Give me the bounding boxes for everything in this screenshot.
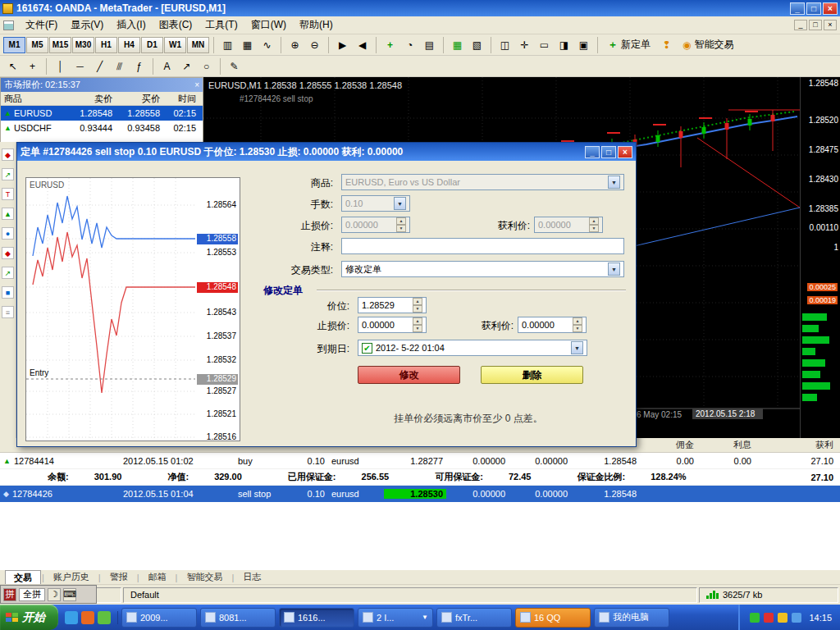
- tab-alerts[interactable]: 警报: [102, 570, 136, 584]
- delete-button[interactable]: 删除: [481, 366, 583, 384]
- order-row-12784414[interactable]: ▲12784414 2012.05.15 01:02 buy 0.10 euru…: [0, 453, 840, 469]
- takeprofit2-input[interactable]: 0.00000 ▲▼: [518, 317, 587, 333]
- column-profit[interactable]: 获利: [755, 439, 840, 451]
- shapes-icon[interactable]: ○: [197, 58, 216, 75]
- zoom-out-icon[interactable]: ⊖: [305, 37, 324, 53]
- timeframe-h4-button[interactable]: H4: [118, 37, 140, 53]
- spin-down-icon[interactable]: ▼: [413, 325, 422, 332]
- column-symbol[interactable]: 商品: [1, 93, 68, 105]
- taskbar-item-my-computer[interactable]: 我的电脑: [594, 608, 669, 628]
- tray-icon[interactable]: [750, 613, 760, 623]
- spin-up-icon[interactable]: ▲: [573, 317, 582, 325]
- taskbar-item-1[interactable]: 2009...: [121, 608, 197, 628]
- market-watch-icon[interactable]: ◫: [495, 37, 514, 53]
- text-label-icon[interactable]: A: [158, 58, 176, 75]
- child-close-icon[interactable]: ×: [824, 20, 837, 30]
- docked-icon[interactable]: ↗: [2, 267, 14, 279]
- spin-down-icon[interactable]: ▼: [573, 325, 582, 332]
- profile-cell[interactable]: Default: [123, 587, 697, 603]
- line-chart-icon[interactable]: ∿: [258, 37, 276, 53]
- child-minimize-icon[interactable]: _: [794, 20, 807, 30]
- menu-view[interactable]: 显示(V): [64, 16, 110, 34]
- taskbar-clock[interactable]: 14:15: [809, 613, 832, 623]
- quick-launch-icon[interactable]: [81, 611, 94, 624]
- horizontal-line-icon[interactable]: ─: [71, 58, 89, 75]
- column-bid[interactable]: 卖价: [68, 93, 116, 105]
- taskbar-item-internet-group[interactable]: 2 I...▼: [358, 608, 433, 628]
- column-commission[interactable]: 佣金: [640, 439, 697, 451]
- docked-icon[interactable]: ▲: [2, 208, 14, 220]
- restore-icon[interactable]: □: [806, 2, 821, 15]
- templates-icon[interactable]: ▤: [420, 37, 439, 53]
- more-tools-icon[interactable]: ✎: [225, 58, 244, 75]
- expiry-select[interactable]: ✔ 2012- 5-22 01:04 ▼: [358, 340, 587, 356]
- auto-scroll-icon[interactable]: ▶: [333, 37, 352, 53]
- taskbar-item-qq[interactable]: 16 QQ: [515, 608, 591, 628]
- expiry-checkbox[interactable]: ✔: [362, 343, 372, 354]
- menu-help[interactable]: 帮助(H): [293, 16, 340, 34]
- new-order-button[interactable]: ＋ 新定单: [602, 37, 656, 53]
- docked-icon[interactable]: ■: [2, 286, 14, 299]
- data-window-icon[interactable]: ▣: [574, 37, 593, 53]
- start-button[interactable]: 开始: [0, 605, 58, 630]
- terminal-icon[interactable]: ▭: [535, 37, 554, 53]
- order-row-12784426[interactable]: ◆12784426 2012.05.15 01:04 sell stop 0.1…: [0, 486, 840, 502]
- modify-button[interactable]: 修改: [358, 366, 460, 384]
- ime-mode-label[interactable]: 全拼: [19, 588, 45, 601]
- ime-halfwidth-icon[interactable]: ☽: [48, 588, 61, 601]
- symbol-row-eurusd[interactable]: ▲EURUSD 1.28548 1.28558 02:15: [1, 106, 203, 121]
- cursor-icon[interactable]: ↖: [3, 58, 22, 75]
- chart-shift-icon[interactable]: ◀: [353, 37, 372, 53]
- docked-icon[interactable]: ◆: [2, 148, 14, 161]
- timeframe-d1-button[interactable]: D1: [141, 37, 163, 53]
- market-watch-close-icon[interactable]: ×: [194, 80, 199, 89]
- crosshair-icon[interactable]: +: [23, 58, 42, 75]
- column-time[interactable]: 时间: [163, 93, 199, 105]
- title-bar[interactable]: 161674: OANDA - MetaTrader - [EURUSD,M1]…: [0, 0, 840, 16]
- child-restore-icon[interactable]: □: [809, 20, 822, 30]
- menu-file[interactable]: 文件(F): [19, 16, 64, 34]
- strategy-tester-icon[interactable]: ◨: [555, 37, 573, 53]
- docked-icon[interactable]: ≡: [2, 306, 14, 318]
- channel-icon[interactable]: ⫻: [110, 58, 129, 75]
- menu-window[interactable]: 窗口(W): [244, 16, 293, 34]
- timeframe-m5-button[interactable]: M5: [26, 37, 48, 53]
- spin-up-icon[interactable]: ▲: [413, 298, 422, 305]
- candlestick-icon[interactable]: ▦: [238, 37, 257, 53]
- menu-tools[interactable]: 工具(T): [199, 16, 244, 34]
- price-scale[interactable]: 1.28548 1.28520 1.28475 1.28430 1.28385 …: [800, 77, 840, 438]
- price-input[interactable]: 1.28529 ▲▼: [358, 297, 427, 313]
- close-icon[interactable]: ×: [823, 2, 838, 15]
- docked-icon[interactable]: ↗: [2, 168, 14, 180]
- profiles-icon[interactable]: ▧: [468, 37, 486, 53]
- taskbar-item-metatrader[interactable]: 1616...: [279, 608, 354, 628]
- zoom-in-icon[interactable]: ⊕: [285, 37, 304, 53]
- spin-up-icon[interactable]: ▲: [413, 317, 422, 325]
- dialog-close-icon[interactable]: ×: [618, 146, 632, 158]
- new-chart-icon[interactable]: ▦: [448, 37, 467, 53]
- column-swap[interactable]: 利息: [697, 439, 755, 451]
- docked-icon[interactable]: ●: [2, 227, 14, 240]
- ime-keyboard-icon[interactable]: ⌨: [63, 588, 76, 601]
- timeframe-h1-button[interactable]: H1: [95, 37, 117, 53]
- trendline-icon[interactable]: ╱: [90, 58, 109, 75]
- dialog-minimize-icon[interactable]: _: [585, 146, 600, 158]
- expert-advisors-button[interactable]: ◉ 智能交易: [677, 37, 739, 53]
- column-ask[interactable]: 买价: [116, 93, 163, 105]
- tray-icon[interactable]: [764, 613, 774, 623]
- dialog-titlebar[interactable]: 定单 #12784426 sell stop 0.10 EURUSD 于价位: …: [17, 143, 636, 161]
- navigator-icon[interactable]: ✛: [515, 37, 534, 53]
- comment-input[interactable]: [341, 238, 624, 254]
- menu-charts[interactable]: 图表(C): [153, 16, 199, 34]
- timeframe-m15-button[interactable]: M15: [49, 37, 71, 53]
- tab-journal[interactable]: 日志: [235, 570, 269, 584]
- docked-icon[interactable]: T: [2, 188, 14, 200]
- bar-chart-icon[interactable]: ▥: [218, 37, 237, 53]
- symbol-row-usdchf[interactable]: ▲USDCHF 0.93444 0.93458 02:15: [1, 121, 203, 135]
- ime-logo-icon[interactable]: 拼: [3, 588, 16, 601]
- quick-launch-icon[interactable]: [98, 611, 111, 624]
- vertical-line-icon[interactable]: │: [51, 58, 70, 75]
- stoploss2-input[interactable]: 0.00000 ▲▼: [358, 317, 427, 333]
- periods-icon[interactable]: ◔: [400, 37, 419, 53]
- quick-launch-icon[interactable]: [65, 611, 78, 624]
